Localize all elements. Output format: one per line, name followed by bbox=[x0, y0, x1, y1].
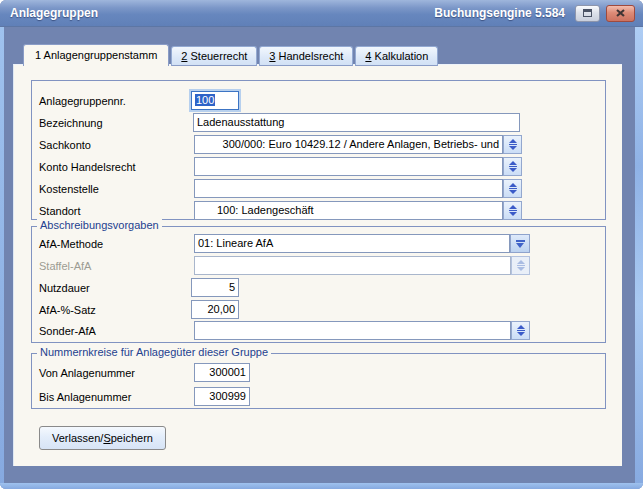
kostenstelle-spin-button[interactable] bbox=[503, 179, 522, 198]
window-border-bottom bbox=[0, 483, 643, 489]
staffel-afa-spin-button bbox=[511, 256, 530, 275]
button-label-part: peichern bbox=[111, 432, 153, 444]
button-label-part: Verlassen/ bbox=[52, 432, 103, 444]
bis-anlagenummer-input[interactable]: 300999 bbox=[194, 387, 250, 406]
afa-prozent-satz-label: AfA-%-Satz bbox=[39, 302, 96, 318]
window-title: Anlagegruppen bbox=[10, 6, 98, 20]
bis-anlagenummer-label: Bis Anlagenummer bbox=[39, 389, 131, 405]
restore-button[interactable] bbox=[575, 5, 600, 22]
konto-handelsrecht-spin-button[interactable] bbox=[503, 157, 522, 176]
tab-handelsrecht[interactable]: 3 Handelsrecht bbox=[259, 46, 353, 66]
sonder-afa-spin-button[interactable] bbox=[511, 321, 530, 340]
sachkonto-input[interactable]: 300/000: Euro 10429.12 / Andere Anlagen,… bbox=[194, 135, 503, 154]
tab-label: 1 Anlagengruppenstamm bbox=[35, 49, 157, 61]
titlebar[interactable]: Anlagegruppen Buchungsengine 5.584 bbox=[0, 0, 643, 27]
button-accesskey: S bbox=[103, 432, 110, 444]
titlebar-right: Buchungsengine 5.584 bbox=[434, 5, 635, 22]
von-anlagenummer-input[interactable]: 300001 bbox=[194, 363, 250, 382]
tab-strip: 1 Anlagengruppenstamm 2 Steuerrecht 3 Ha… bbox=[23, 44, 440, 66]
tab-anlagengruppenstamm[interactable]: 1 Anlagengruppenstamm bbox=[23, 44, 169, 66]
staffel-afa-label: Staffel-AfA bbox=[39, 258, 91, 274]
kostenstelle-input[interactable] bbox=[194, 179, 503, 198]
tab-kalkulation[interactable]: 4 Kalkulation bbox=[355, 46, 438, 66]
kostenstelle-label: Kostenstelle bbox=[39, 181, 99, 197]
sonder-afa-input[interactable] bbox=[194, 321, 511, 340]
app-version-label: Buchungsengine 5.584 bbox=[434, 6, 565, 20]
sonder-afa-label: Sonder-AfA bbox=[39, 323, 96, 339]
nutzdauer-input[interactable]: 5 bbox=[191, 278, 239, 297]
afa-methode-label: AfA-Methode bbox=[39, 236, 103, 252]
anlagegruppen-window: Anlagegruppen Buchungsengine 5.584 1 Anl… bbox=[0, 0, 643, 489]
nutzdauer-label: Nutzdauer bbox=[39, 280, 90, 296]
nummernkreise-group-title: Nummernkreise für Anlagegüter dieser Gru… bbox=[37, 346, 271, 359]
von-anlagenummer-label: Von Anlagenummer bbox=[39, 365, 135, 381]
sachkonto-spin-button[interactable] bbox=[503, 135, 522, 154]
close-button[interactable] bbox=[606, 5, 635, 22]
staffel-afa-input bbox=[194, 256, 511, 275]
bezeichnung-input[interactable]: Ladenausstattung bbox=[193, 113, 520, 132]
tab-page-anlagengruppenstamm: Anlagegruppennr. 100 Bezeichnung Ladenau… bbox=[13, 64, 622, 466]
konto-handelsrecht-input[interactable] bbox=[194, 157, 503, 176]
selected-text: 100 bbox=[195, 94, 215, 106]
afa-methode-dropdown-button[interactable] bbox=[510, 234, 530, 253]
afa-methode-combobox[interactable]: 01: Lineare AfA bbox=[194, 234, 510, 253]
sachkonto-label: Sachkonto bbox=[39, 137, 91, 153]
afa-prozent-satz-input[interactable]: 20,00 bbox=[191, 300, 239, 319]
standort-spin-button[interactable] bbox=[503, 201, 522, 220]
standort-input[interactable]: 100: Ladengeschäft bbox=[194, 201, 503, 220]
tab-label: Kalkulation bbox=[371, 50, 428, 62]
tab-label: Steuerrecht bbox=[187, 50, 247, 62]
anlagegruppennr-input[interactable]: 100 bbox=[191, 91, 239, 110]
bezeichnung-label: Bezeichnung bbox=[39, 115, 103, 131]
window-border-left bbox=[0, 27, 4, 489]
close-icon bbox=[616, 9, 625, 17]
standort-label: Standort bbox=[39, 203, 81, 219]
verlassen-speichern-button[interactable]: Verlassen/Speichern bbox=[39, 426, 166, 450]
window-border-right bbox=[635, 27, 643, 489]
restore-icon bbox=[583, 9, 592, 17]
konto-handelsrecht-label: Konto Handelsrecht bbox=[39, 159, 136, 175]
abschreibungsvorgaben-group-title: Abschreibungsvorgaben bbox=[37, 219, 162, 232]
tab-label: Handelsrecht bbox=[275, 50, 343, 62]
anlagegruppennr-label: Anlagegruppennr. bbox=[39, 93, 126, 109]
tab-steuerrecht[interactable]: 2 Steuerrecht bbox=[171, 46, 257, 66]
